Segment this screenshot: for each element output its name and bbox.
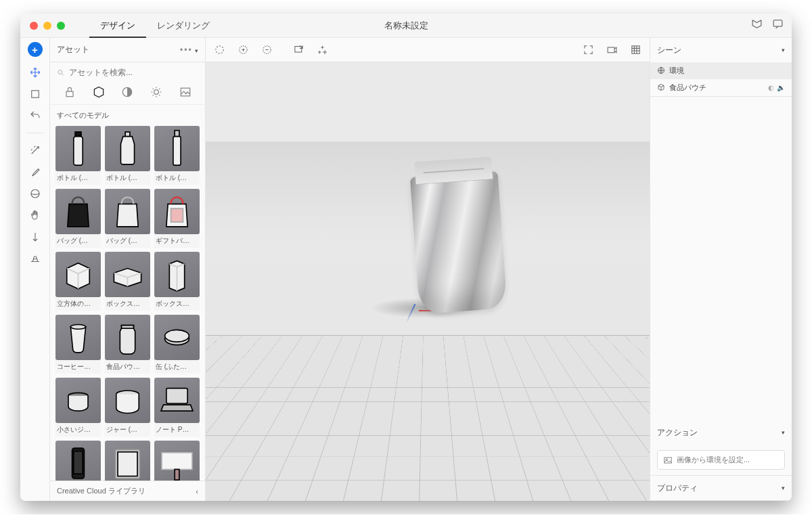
action-panel-header[interactable]: アクション ▾ [650, 420, 792, 445]
svg-rect-12 [173, 137, 181, 165]
target-add-icon[interactable] [238, 44, 249, 56]
asset-panel-title: アセット [57, 44, 89, 56]
svg-rect-7 [181, 88, 189, 96]
viewport [206, 38, 650, 501]
asset-thumb[interactable]: ボトル (… [55, 126, 101, 185]
document-title: 名称未設定 [384, 20, 428, 32]
asset-thumb[interactable]: ボックス… [105, 252, 150, 311]
asset-thumb[interactable]: ギフトバ… [154, 189, 200, 248]
asset-thumb-label: 小さいジ… [55, 423, 101, 437]
action-panel: アクション ▾ 画像から環境を設定... [650, 420, 792, 476]
sound-icon[interactable]: 🔈 [777, 84, 785, 91]
asset-thumb[interactable]: コーヒー… [55, 315, 101, 374]
asset-thumb[interactable]: 携帯電話 [55, 441, 101, 481]
asset-thumb[interactable]: ノート P… [154, 378, 200, 437]
chevron-down-icon: ▾ [782, 485, 785, 491]
asset-thumb[interactable]: 立方体の… [55, 252, 101, 311]
category-images-icon[interactable] [179, 85, 192, 99]
perspective-tool-icon[interactable] [29, 252, 41, 265]
asset-thumb[interactable]: バッグ (… [105, 189, 150, 248]
asset-thumb-label: ボックス… [105, 297, 150, 311]
asset-thumb[interactable]: ボトル (… [105, 126, 150, 185]
scene-panel-header[interactable]: シーン ▾ [650, 38, 792, 62]
asset-thumb-label: 食品パウ… [105, 360, 150, 374]
scene-list: 環境食品パウチ◐🔈 [650, 62, 792, 96]
orbit-tool-icon[interactable] [29, 187, 41, 200]
scene-item-label: 環境 [669, 66, 684, 76]
snap-image-icon[interactable] [293, 44, 304, 56]
svg-rect-25 [162, 453, 192, 470]
learn-icon[interactable] [751, 18, 763, 32]
property-panel-header[interactable]: プロパティ ▾ [650, 476, 792, 500]
render-settings-icon[interactable] [630, 44, 641, 56]
asset-panel-menu[interactable]: ••• ▾ [180, 45, 198, 55]
cc-library-footer[interactable]: Creative Cloud ライブラリ ‹ [50, 481, 205, 501]
svg-rect-32 [632, 46, 639, 53]
svg-rect-10 [125, 132, 130, 137]
visibility-icon[interactable]: ◐ [768, 84, 774, 91]
asset-panel: アセット ••• ▾ すべてのモデル ボトル (…ボトル (…ボトル (…バッグ… [50, 38, 206, 501]
asset-thumb-label: 立方体の… [55, 297, 101, 311]
asset-thumb-label: ボトル (… [55, 171, 101, 185]
close-icon[interactable] [30, 22, 38, 30]
fullscreen-icon[interactable] [583, 44, 594, 56]
asset-search[interactable] [50, 62, 205, 83]
asset-thumb[interactable]: 広告板 [154, 441, 200, 481]
chevron-down-icon: ▾ [782, 47, 785, 53]
canvas-3d[interactable] [206, 62, 650, 501]
tab-design[interactable]: デザイン [89, 14, 146, 38]
camera-bookmark-icon[interactable] [606, 44, 618, 56]
scene-item[interactable]: 食品パウチ◐🔈 [650, 79, 792, 96]
asset-thumb-label: ジャー (… [105, 423, 150, 437]
titlebar: デザイン レンダリング 名称未設定 [20, 14, 792, 38]
image-icon [663, 456, 673, 465]
asset-thumb[interactable]: バッグ (… [55, 189, 101, 248]
asset-thumb[interactable]: 缶 (ふた… [154, 315, 200, 374]
set-env-from-image-button[interactable]: 画像から環境を設定... [657, 450, 785, 470]
asset-thumb[interactable]: ボックス… [154, 252, 200, 311]
search-icon [57, 68, 65, 77]
asset-thumb[interactable]: ジャー (… [105, 378, 150, 437]
asset-thumb[interactable]: ボトル (… [154, 126, 200, 185]
target-remove-icon[interactable] [261, 44, 273, 56]
maximize-icon[interactable] [57, 22, 65, 30]
svg-rect-24 [118, 452, 137, 476]
asset-thumb[interactable]: タブレッ… [105, 441, 150, 481]
asset-search-input[interactable] [69, 68, 198, 77]
asset-thumb-label: ボトル (… [154, 171, 200, 185]
sparkle-icon[interactable] [317, 44, 328, 56]
asset-thumb[interactable]: 小さいジ… [55, 378, 101, 437]
scene-item-label: 食品パウチ [669, 83, 706, 93]
asset-thumb[interactable]: 食品パウ… [105, 315, 150, 374]
chevron-down-icon: ▾ [782, 429, 785, 436]
wand-tool-icon[interactable] [29, 144, 41, 156]
svg-rect-8 [75, 132, 81, 137]
asset-thumb-label: バッグ (… [105, 234, 150, 248]
add-button[interactable]: + [28, 42, 43, 57]
category-materials-icon[interactable] [120, 85, 134, 99]
category-lights-icon[interactable] [150, 85, 163, 99]
eyedropper-tool-icon[interactable] [29, 166, 41, 178]
tab-render[interactable]: レンダリング [146, 14, 221, 38]
minimize-icon[interactable] [43, 22, 51, 30]
category-models-icon[interactable] [92, 85, 106, 99]
undo-icon[interactable] [29, 110, 41, 122]
scene-panel: シーン ▾ 環境食品パウチ◐🔈 [650, 38, 792, 97]
scene-item[interactable]: 環境 [650, 62, 792, 79]
pouch-object[interactable] [409, 156, 508, 314]
window-controls [20, 22, 65, 30]
asset-thumb-label: バッグ (… [55, 234, 101, 248]
category-lock-icon[interactable] [63, 85, 76, 99]
frame-tool-icon[interactable] [29, 88, 41, 100]
dolly-tool-icon[interactable] [29, 231, 41, 243]
asset-thumb-label: ボトル (… [105, 171, 150, 185]
mode-tabs: デザイン レンダリング [89, 14, 221, 38]
right-panel: シーン ▾ 環境食品パウチ◐🔈 アクション ▾ 画像から環境を設定... プロパ… [650, 38, 792, 501]
titlebar-right-icons [751, 18, 784, 32]
svg-point-14 [70, 325, 85, 330]
select-circle-icon[interactable] [214, 44, 225, 56]
svg-rect-15 [122, 326, 134, 328]
pan-tool-icon[interactable] [29, 209, 41, 221]
move-tool-icon[interactable] [29, 66, 41, 79]
chat-icon[interactable] [772, 18, 784, 32]
